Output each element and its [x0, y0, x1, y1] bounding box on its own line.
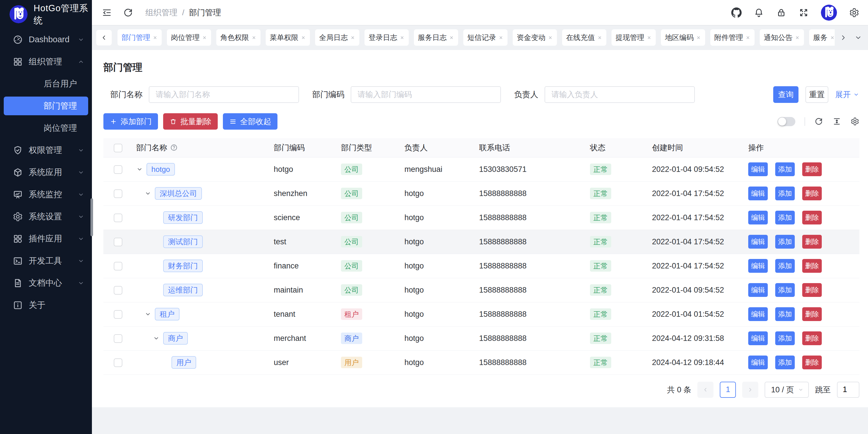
- delete-button[interactable]: 删除: [802, 211, 822, 225]
- tab-close-button[interactable]: [647, 35, 652, 40]
- tab-online-recharge[interactable]: 在线充值: [562, 29, 606, 46]
- reset-button[interactable]: 重置: [805, 86, 828, 103]
- tab-service[interactable]: 服务: [809, 29, 835, 46]
- dept-name-tag[interactable]: 租户: [155, 308, 180, 320]
- current-page-button[interactable]: 1: [720, 382, 736, 398]
- sidebar-item-system-app[interactable]: 系统应用: [0, 161, 92, 183]
- tab-close-button[interactable]: [449, 35, 454, 40]
- add-child-button[interactable]: 添加: [775, 355, 795, 369]
- sidebar-item-doc-center[interactable]: 文档中心: [0, 272, 92, 294]
- tab-close-button[interactable]: [202, 35, 207, 40]
- row-checkbox[interactable]: [114, 165, 122, 174]
- edit-button[interactable]: 编辑: [748, 186, 768, 200]
- add-child-button[interactable]: 添加: [775, 283, 795, 297]
- tab-region-code[interactable]: 地区编码: [661, 29, 705, 46]
- tabs-scroll-right-button[interactable]: [839, 34, 847, 42]
- expand-row-button[interactable]: [136, 166, 147, 173]
- add-child-button[interactable]: 添加: [775, 163, 795, 176]
- delete-button[interactable]: 删除: [802, 235, 822, 249]
- tab-withdraw-management[interactable]: 提现管理: [612, 29, 656, 46]
- delete-button[interactable]: 删除: [802, 307, 822, 321]
- tab-login-log[interactable]: 登录日志: [365, 29, 409, 46]
- tab-close-button[interactable]: [350, 35, 355, 40]
- edit-button[interactable]: 编辑: [748, 259, 768, 273]
- dept-code-input[interactable]: [351, 86, 501, 103]
- tab-global-log[interactable]: 全局日志: [315, 29, 359, 46]
- row-checkbox[interactable]: [114, 190, 122, 198]
- row-checkbox[interactable]: [114, 262, 122, 270]
- tab-fund-change[interactable]: 资金变动: [513, 29, 557, 46]
- dept-name-tag[interactable]: 测试部门: [163, 235, 203, 248]
- dept-name-input[interactable]: [149, 86, 299, 103]
- edit-button[interactable]: 编辑: [748, 355, 768, 369]
- collapse-all-button[interactable]: 全部收起: [223, 113, 277, 129]
- sidebar-item-dev-tools[interactable]: 开发工具: [0, 250, 92, 272]
- fullscreen-icon[interactable]: [799, 7, 809, 18]
- tab-close-button[interactable]: [830, 35, 835, 40]
- dept-name-tag[interactable]: 商户: [163, 332, 188, 345]
- sidebar-item-permission-management[interactable]: 权限管理: [0, 139, 92, 161]
- row-checkbox[interactable]: [114, 238, 122, 246]
- delete-button[interactable]: 删除: [802, 355, 822, 369]
- delete-button[interactable]: 删除: [802, 283, 822, 297]
- edit-button[interactable]: 编辑: [748, 163, 768, 176]
- sidebar-collapse-icon[interactable]: [102, 7, 112, 18]
- tab-close-button[interactable]: [597, 35, 602, 40]
- tab-sms-record[interactable]: 短信记录: [463, 29, 507, 46]
- name-help-icon[interactable]: [170, 144, 178, 151]
- sidebar-item-system-monitor[interactable]: 系统监控: [0, 183, 92, 205]
- page-size-select[interactable]: 10 / 页: [765, 382, 809, 398]
- sidebar-item-plugin-app[interactable]: 插件应用: [0, 228, 92, 250]
- add-child-button[interactable]: 添加: [775, 307, 795, 321]
- dept-name-tag[interactable]: 研发部门: [163, 211, 203, 224]
- sidebar-subitem-backend-users[interactable]: 后台用户: [0, 73, 92, 95]
- add-child-button[interactable]: 添加: [775, 259, 795, 273]
- user-avatar[interactable]: [821, 5, 837, 21]
- table-density-icon[interactable]: [832, 117, 841, 126]
- tab-close-button[interactable]: [745, 35, 750, 40]
- add-child-button[interactable]: 添加: [775, 331, 795, 345]
- delete-button[interactable]: 删除: [802, 259, 822, 273]
- delete-button[interactable]: 删除: [802, 163, 822, 176]
- breadcrumb-current[interactable]: 部门管理: [189, 7, 221, 18]
- tabs-scroll-left-button[interactable]: [96, 30, 112, 46]
- dept-name-tag[interactable]: 深圳总公司: [155, 187, 202, 200]
- sidebar-item-dashboard[interactable]: Dashboard: [0, 28, 92, 51]
- dept-name-tag[interactable]: 用户: [172, 356, 196, 369]
- edit-button[interactable]: 编辑: [748, 235, 768, 249]
- tab-close-button[interactable]: [795, 35, 800, 40]
- tab-close-button[interactable]: [400, 35, 405, 40]
- table-refresh-icon[interactable]: [814, 117, 823, 126]
- tab-close-button[interactable]: [696, 35, 701, 40]
- tab-close-button[interactable]: [498, 35, 503, 40]
- add-child-button[interactable]: 添加: [775, 186, 795, 200]
- sidebar-item-system-settings[interactable]: 系统设置: [0, 205, 92, 228]
- edit-button[interactable]: 编辑: [748, 307, 768, 321]
- tab-close-button[interactable]: [301, 35, 306, 40]
- edit-button[interactable]: 编辑: [748, 331, 768, 345]
- expand-filters-link[interactable]: 展开: [835, 89, 859, 100]
- expand-row-button[interactable]: [145, 190, 155, 197]
- edit-button[interactable]: 编辑: [748, 283, 768, 297]
- breadcrumb-parent[interactable]: 组织管理: [145, 7, 178, 18]
- add-department-button[interactable]: 添加部门: [103, 113, 158, 129]
- sidebar-scrollbar-thumb[interactable]: [91, 198, 93, 236]
- sidebar-item-about[interactable]: 关于: [0, 294, 92, 316]
- tab-role-permission[interactable]: 角色权限: [216, 29, 260, 46]
- row-checkbox[interactable]: [114, 334, 122, 343]
- dept-name-tag[interactable]: hotgo: [147, 163, 175, 176]
- tab-close-button[interactable]: [548, 35, 553, 40]
- tab-menu-permission[interactable]: 菜单权限: [266, 29, 310, 46]
- prev-page-button[interactable]: [698, 382, 713, 398]
- delete-button[interactable]: 删除: [802, 186, 822, 200]
- table-column-settings-icon[interactable]: [850, 117, 859, 126]
- add-child-button[interactable]: 添加: [775, 235, 795, 249]
- tab-post-management[interactable]: 岗位管理: [167, 29, 211, 46]
- batch-delete-button[interactable]: 批量删除: [163, 113, 218, 129]
- tab-attachment-management[interactable]: 附件管理: [710, 29, 754, 46]
- dept-name-tag[interactable]: 运维部门: [163, 284, 203, 296]
- row-checkbox[interactable]: [114, 310, 122, 319]
- row-checkbox[interactable]: [114, 213, 122, 222]
- row-checkbox[interactable]: [114, 358, 122, 367]
- notification-bell-icon[interactable]: [754, 7, 764, 18]
